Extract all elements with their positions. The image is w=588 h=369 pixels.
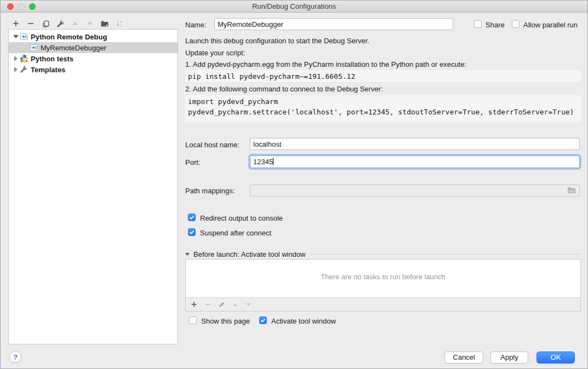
port-label: Port: <box>185 158 200 166</box>
settrace-code: import pydevd_pycharm pydevd_pycharm.set… <box>185 95 581 123</box>
share-label: Share <box>486 21 505 29</box>
edit-task-icon <box>218 301 225 308</box>
redirect-output-label: Redirect output to console <box>200 214 283 222</box>
configurations-tree: Python Remote Debug MyRemoteDebugger Pyt… <box>8 29 178 344</box>
configurations-toolbar: a z <box>12 19 124 28</box>
description-line-1: Launch this debug configuration to start… <box>185 37 369 45</box>
allow-parallel-run-label: Allow parallel run <box>523 21 578 29</box>
minimize-window-button <box>18 3 25 10</box>
pip-install-code: pip install pydevd-pycharm~=191.6605.12 <box>185 70 581 82</box>
chevron-collapsed-icon[interactable] <box>13 67 19 72</box>
share-checkbox[interactable] <box>474 20 482 28</box>
port-input[interactable]: 12345 <box>250 155 580 168</box>
activate-tool-window-checkbox[interactable] <box>259 316 267 324</box>
path-mappings-label: Path mappings: <box>185 187 235 195</box>
tree-item-python-remote-debug[interactable]: Python Remote Debug <box>9 31 178 42</box>
chevron-collapsed-icon[interactable] <box>13 56 19 61</box>
move-down-icon <box>85 19 94 28</box>
move-task-down-icon <box>246 302 252 308</box>
svg-text:a: a <box>120 20 122 24</box>
help-button[interactable]: ? <box>9 351 21 363</box>
run-debug-configurations-dialog: Run/Debug Configurations <box>0 0 588 369</box>
chevron-expanded-icon[interactable] <box>13 35 19 38</box>
activate-tool-window-label: Activate tool window <box>271 317 336 325</box>
collapse-section-icon[interactable] <box>185 253 190 256</box>
show-this-page-label: Show this page <box>201 317 250 325</box>
title-bar[interactable]: Run/Debug Configurations <box>1 1 587 13</box>
redirect-output-checkbox[interactable] <box>188 214 196 221</box>
remove-task-icon <box>204 301 211 308</box>
empty-tasks-text: There are no tasks to run before launch <box>186 273 580 281</box>
templates-wrench-icon <box>20 65 28 74</box>
svg-text:z: z <box>120 24 122 27</box>
step-1-text: 1. Add pydevd-pycharm.egg from the PyCha… <box>185 60 466 68</box>
remote-debug-config-icon <box>30 43 38 52</box>
move-task-up-icon <box>232 302 238 308</box>
apply-button[interactable]: Apply <box>490 351 528 364</box>
browse-folder-icon[interactable] <box>567 187 576 194</box>
suspend-after-connect-checkbox[interactable] <box>188 228 196 236</box>
tree-item-templates[interactable]: Templates <box>9 64 178 75</box>
path-mappings-input[interactable] <box>250 184 580 197</box>
suspend-after-connect-label: Suspend after connect <box>200 229 271 237</box>
before-launch-title: Before launch: Activate tool window <box>193 250 306 258</box>
local-host-name-label: Local host name: <box>185 141 239 149</box>
copy-configuration-icon[interactable] <box>41 19 50 28</box>
add-configuration-icon[interactable] <box>12 19 20 28</box>
show-this-page-checkbox[interactable] <box>189 316 197 324</box>
cancel-button[interactable]: Cancel <box>444 351 483 364</box>
before-launch-toolbar <box>186 297 580 311</box>
new-folder-icon[interactable] <box>100 19 109 28</box>
remove-configuration-icon[interactable] <box>26 19 35 28</box>
tree-item-python-tests[interactable]: Python tests <box>9 53 178 64</box>
before-launch-task-list: There are no tasks to run before launch <box>185 259 581 312</box>
sort-alphabetically-icon: a z <box>115 19 124 28</box>
before-launch-header[interactable]: Before launch: Activate tool window <box>185 250 581 258</box>
window-title: Run/Debug Configurations <box>1 1 587 12</box>
close-window-button[interactable] <box>7 3 14 10</box>
move-up-icon <box>71 19 79 28</box>
description-line-2: Update your script: <box>185 49 245 57</box>
local-host-name-input[interactable] <box>250 138 580 150</box>
step-2-text: 2. Add the following command to connect … <box>185 85 383 93</box>
python-tests-icon <box>20 54 28 63</box>
ok-button[interactable]: OK <box>536 351 575 364</box>
edit-templates-wrench-icon[interactable] <box>56 19 65 28</box>
allow-parallel-run-checkbox[interactable] <box>512 20 520 28</box>
text-caret <box>273 158 273 165</box>
name-input[interactable] <box>214 18 453 30</box>
zoom-window-button[interactable] <box>29 3 36 10</box>
name-label: Name: <box>185 21 206 29</box>
section-divider <box>310 254 581 255</box>
remote-debug-config-icon <box>20 32 28 41</box>
add-task-icon[interactable] <box>191 301 197 308</box>
tree-item-myremotedebugger[interactable]: MyRemoteDebugger <box>9 42 178 53</box>
